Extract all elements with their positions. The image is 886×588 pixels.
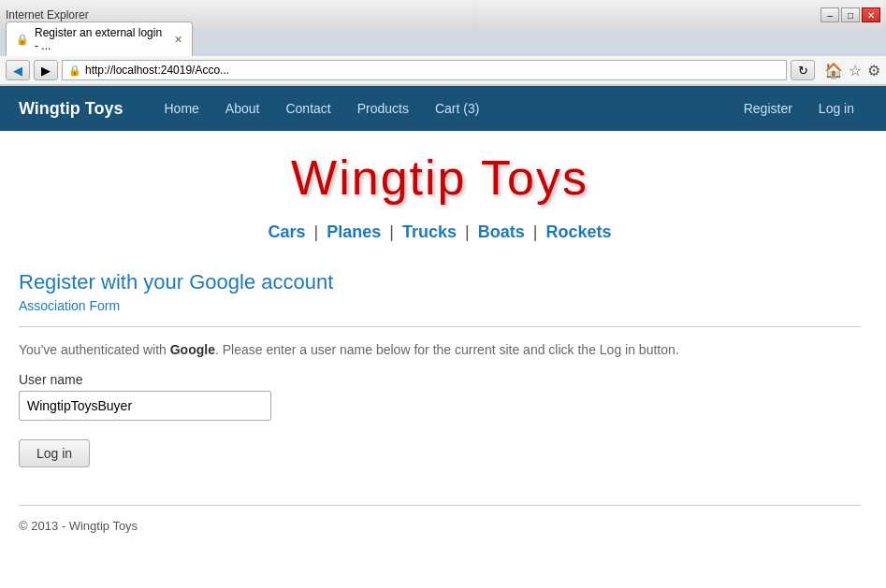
main-content: Wingtip Toys Cars | Planes | Trucks | Bo… [0, 131, 879, 570]
settings-icon[interactable]: ⚙ [867, 62, 880, 79]
footer-text: © 2013 - Wingtip Toys [19, 519, 138, 533]
info-text: You've authenticated with Google. Please… [19, 342, 861, 357]
nav-home[interactable]: Home [152, 88, 212, 129]
section-divider [19, 326, 861, 327]
toolbar-icons: 🏠 ☆ ⚙ [824, 62, 880, 79]
site-brand[interactable]: Wingtip Toys [19, 99, 123, 119]
site-footer: © 2013 - Wingtip Toys [19, 505, 861, 533]
cat-boats[interactable]: Boats [478, 222, 525, 241]
cat-sep-2: | [389, 222, 394, 241]
nav-products[interactable]: Products [344, 88, 422, 129]
tab-title: Register an external login - ... [35, 26, 168, 52]
close-button[interactable]: ✕ [862, 7, 880, 22]
info-provider: Google [170, 342, 215, 357]
username-input[interactable] [19, 391, 271, 421]
page-heading: Register with your Google account [19, 270, 861, 294]
cat-trucks[interactable]: Trucks [402, 222, 457, 241]
home-icon[interactable]: 🏠 [824, 62, 843, 79]
forward-button[interactable]: ▶ [34, 60, 58, 80]
favorites-icon[interactable]: ☆ [849, 62, 862, 79]
section-label: Association Form [19, 298, 861, 313]
username-label: User name [19, 372, 861, 387]
info-text-part1: You've authenticated with [19, 342, 170, 357]
info-text-part2: . Please enter a user name below for the… [215, 342, 679, 357]
maximize-button[interactable]: □ [841, 7, 860, 22]
nav-right: Register Log in [731, 88, 867, 129]
minimize-button[interactable]: – [821, 7, 839, 22]
site-nav: Wingtip Toys Home About Contact Products… [0, 86, 886, 131]
association-form: User name Log in [19, 372, 861, 467]
nav-cart[interactable]: Cart (3) [422, 88, 492, 129]
url-text: http://localhost:24019/Acco... [85, 64, 229, 77]
cat-sep-3: | [465, 222, 470, 241]
title-bar-buttons[interactable]: – □ ✕ [821, 7, 880, 22]
address-input[interactable]: 🔒 http://localhost:24019/Acco... [62, 60, 787, 80]
tab-close-button[interactable]: ✕ [174, 34, 182, 46]
title-bar-text: Internet Explorer [6, 8, 89, 22]
address-icon: 🔒 [68, 65, 81, 77]
browser-tab[interactable]: 🔒 Register an external login - ... ✕ [6, 22, 193, 56]
title-bar-left: Internet Explorer [6, 8, 89, 22]
cat-rockets[interactable]: Rockets [545, 222, 611, 241]
cat-sep-1: | [314, 222, 319, 241]
cat-planes[interactable]: Planes [327, 222, 381, 241]
login-button[interactable]: Log in [19, 439, 90, 467]
nav-links: Home About Contact Products Cart (3) [152, 88, 731, 129]
username-field-group: User name [19, 372, 861, 421]
nav-register[interactable]: Register [731, 88, 806, 129]
cat-cars[interactable]: Cars [268, 222, 305, 241]
nav-contact[interactable]: Contact [272, 88, 343, 129]
category-links: Cars | Planes | Trucks | Boats | Rockets [19, 215, 861, 261]
address-bar: ◀ ▶ 🔒 http://localhost:24019/Acco... ↻ 🏠… [0, 56, 886, 85]
nav-login[interactable]: Log in [806, 88, 867, 129]
browser-chrome: Internet Explorer – □ ✕ 🔒 Register an ex… [0, 0, 886, 86]
nav-about[interactable]: About [212, 88, 273, 129]
tab-icon: 🔒 [16, 34, 29, 46]
cat-sep-4: | [533, 222, 538, 241]
back-button[interactable]: ◀ [6, 60, 30, 80]
site-title: Wingtip Toys [291, 150, 588, 206]
tab-bar: 🔒 Register an external login - ... ✕ [0, 30, 886, 56]
site-title-area: Wingtip Toys [19, 131, 861, 215]
refresh-button[interactable]: ↻ [791, 60, 815, 80]
